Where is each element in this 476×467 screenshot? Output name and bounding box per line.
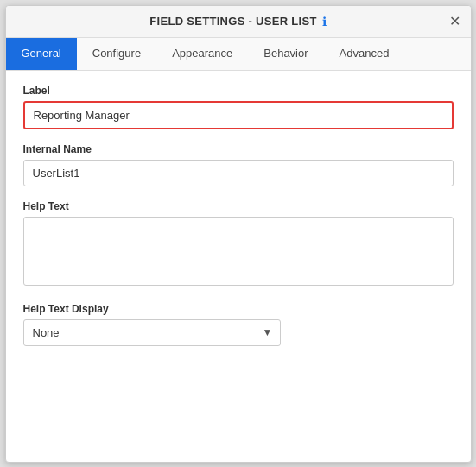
tab-configure[interactable]: Configure bbox=[77, 38, 156, 70]
label-input[interactable] bbox=[23, 101, 454, 129]
label-field-group: Label bbox=[23, 85, 454, 129]
help-text-display-select-wrapper: None Tooltip Inline ▼ bbox=[23, 319, 282, 346]
tab-behavior[interactable]: Behavior bbox=[248, 38, 323, 70]
tab-general[interactable]: General bbox=[6, 38, 77, 70]
internal-name-field-group: Internal Name bbox=[23, 143, 454, 186]
internal-name-input[interactable] bbox=[23, 160, 454, 186]
label-field-label: Label bbox=[23, 85, 454, 97]
tab-advanced[interactable]: Advanced bbox=[324, 38, 405, 70]
tab-appearance[interactable]: Appearance bbox=[156, 38, 248, 70]
help-text-label: Help Text bbox=[23, 200, 454, 212]
modal-title: FIELD SETTINGS - USER LIST bbox=[149, 15, 316, 28]
field-settings-modal: FIELD SETTINGS - USER LIST ℹ ✕ General C… bbox=[5, 5, 472, 463]
tab-bar: General Configure Appearance Behavior Ad… bbox=[6, 38, 471, 71]
help-text-display-label: Help Text Display bbox=[23, 303, 454, 315]
help-text-field-group: Help Text bbox=[23, 200, 454, 289]
modal-header: FIELD SETTINGS - USER LIST ℹ ✕ bbox=[6, 6, 471, 38]
internal-name-label: Internal Name bbox=[23, 143, 454, 155]
close-button[interactable]: ✕ bbox=[449, 15, 460, 28]
help-text-textarea[interactable] bbox=[23, 217, 454, 286]
info-icon[interactable]: ℹ bbox=[322, 15, 327, 28]
modal-body: Label Internal Name Help Text Help Text … bbox=[6, 71, 471, 462]
help-text-display-field-group: Help Text Display None Tooltip Inline ▼ bbox=[23, 303, 454, 346]
help-text-display-select[interactable]: None Tooltip Inline bbox=[23, 319, 282, 346]
